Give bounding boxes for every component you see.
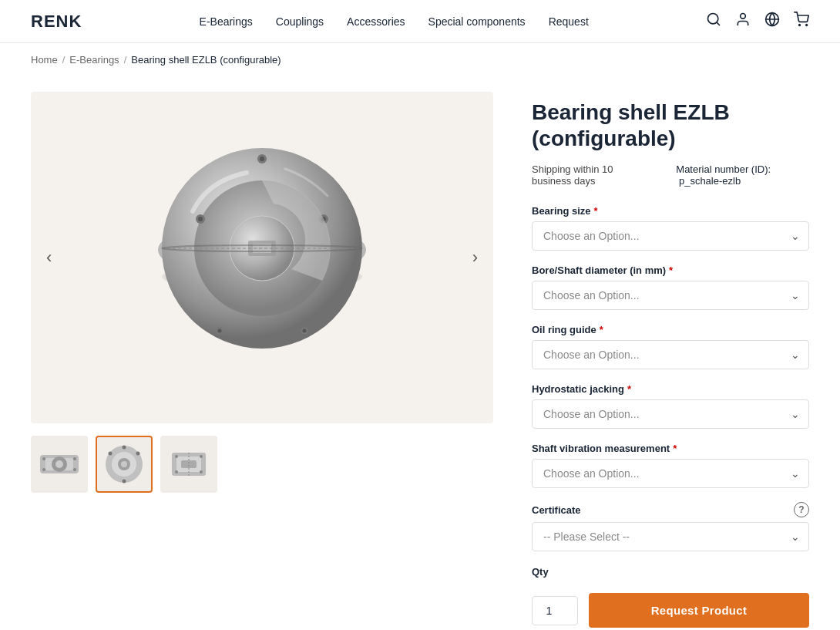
- certificate-group: Certificate ? -- Please Select -- ⌄: [532, 502, 809, 551]
- svg-point-6: [806, 25, 808, 26]
- bearing-size-select[interactable]: Choose an Option...: [532, 221, 809, 251]
- certificate-label-row: Certificate ?: [532, 502, 809, 517]
- hydrostatic-required: *: [627, 383, 631, 395]
- material-number-value: p_schale-ezlb: [679, 175, 741, 187]
- svg-point-49: [175, 470, 178, 473]
- bore-shaft-required: *: [669, 264, 673, 276]
- main-content: ‹: [0, 76, 840, 630]
- shaft-vibration-select[interactable]: Choose an Option...: [532, 459, 809, 488]
- qty-label: Qty: [532, 566, 549, 578]
- bore-shaft-wrapper: Choose an Option... ⌄: [532, 281, 809, 310]
- svg-point-48: [200, 455, 203, 458]
- svg-point-42: [123, 480, 126, 483]
- certificate-select[interactable]: -- Please Select --: [532, 522, 809, 551]
- thumbnail-3[interactable]: [160, 436, 217, 493]
- bore-shaft-select[interactable]: Choose an Option...: [532, 281, 809, 310]
- svg-point-31: [42, 457, 45, 460]
- certificate-wrapper: -- Please Select -- ⌄: [532, 522, 809, 551]
- breadcrumb-current: Bearing shell EZLB (configurable): [131, 54, 281, 66]
- nav-couplings[interactable]: Couplings: [276, 15, 324, 28]
- svg-point-41: [123, 446, 126, 450]
- oil-ring-required: *: [600, 324, 603, 335]
- user-icon[interactable]: [735, 12, 751, 31]
- hydrostatic-group: Hydrostatic jacking * Choose an Option..…: [532, 383, 809, 429]
- hydrostatic-wrapper: Choose an Option... ⌄: [532, 399, 809, 429]
- bearing-size-wrapper: Choose an Option... ⌄: [532, 221, 809, 251]
- hydrostatic-select[interactable]: Choose an Option...: [532, 399, 809, 429]
- product-details: Bearing shell EZLB (configurable) Shippi…: [532, 92, 809, 628]
- svg-point-39: [109, 452, 113, 456]
- product-title: Bearing shell EZLB (configurable): [532, 99, 809, 151]
- nav-e-bearings[interactable]: E-Bearings: [200, 15, 253, 28]
- breadcrumb: Home / E-Bearings / Bearing shell EZLB (…: [0, 43, 840, 76]
- breadcrumb-home[interactable]: Home: [31, 54, 58, 66]
- thumbnails: [31, 433, 493, 496]
- breadcrumb-sep-1: /: [62, 54, 66, 66]
- next-arrow[interactable]: ›: [465, 240, 486, 275]
- shaft-vibration-group: Shaft vibration measurement * Choose an …: [532, 443, 809, 488]
- svg-point-24: [303, 329, 307, 333]
- qty-row: Request Product: [532, 593, 809, 628]
- bearing-size-required: *: [594, 205, 598, 217]
- prev-arrow[interactable]: ‹: [39, 240, 59, 275]
- shipping-info: Shipping within 10 business days: [532, 163, 653, 187]
- nav-request[interactable]: Request: [549, 15, 589, 28]
- oil-ring-label: Oil ring guide *: [532, 324, 809, 335]
- svg-point-33: [42, 468, 45, 471]
- oil-ring-select[interactable]: Choose an Option...: [532, 340, 809, 369]
- bearing-size-group: Bearing size * Choose an Option... ⌄: [532, 205, 809, 251]
- image-container: ‹: [31, 92, 493, 423]
- certificate-label: Certificate: [532, 504, 581, 516]
- cart-icon[interactable]: [794, 12, 809, 31]
- product-image-section: ‹: [31, 92, 493, 628]
- breadcrumb-sep-2: /: [124, 54, 127, 66]
- header: RENK E-Bearings Couplings Accessories Sp…: [0, 0, 840, 43]
- oil-ring-wrapper: Choose an Option... ⌄: [532, 340, 809, 369]
- hydrostatic-label: Hydrostatic jacking *: [532, 383, 809, 395]
- header-icons: [706, 12, 809, 31]
- search-icon[interactable]: [706, 12, 721, 31]
- svg-point-30: [55, 460, 63, 468]
- bore-shaft-label: Bore/Shaft diameter (in mm) *: [532, 264, 809, 276]
- certificate-help-icon[interactable]: ?: [794, 502, 809, 517]
- request-button[interactable]: Request Product: [589, 593, 809, 628]
- nav-special-components[interactable]: Special components: [428, 15, 526, 28]
- svg-point-47: [175, 455, 178, 458]
- bore-shaft-group: Bore/Shaft diameter (in mm) * Choose an …: [532, 264, 809, 310]
- product-meta: Shipping within 10 business days Materia…: [532, 163, 809, 187]
- product-image: [131, 126, 393, 389]
- svg-point-32: [73, 457, 76, 460]
- svg-point-22: [218, 329, 222, 333]
- shaft-vibration-label: Shaft vibration measurement *: [532, 443, 809, 454]
- bearing-size-label: Bearing size *: [532, 205, 809, 217]
- thumbnail-1[interactable]: [31, 436, 88, 493]
- oil-ring-group: Oil ring guide * Choose an Option... ⌄: [532, 324, 809, 369]
- qty-label-container: Qty: [532, 565, 809, 578]
- thumbnail-2[interactable]: [96, 436, 153, 493]
- logo[interactable]: RENK: [31, 12, 82, 32]
- shaft-vibration-required: *: [673, 443, 677, 454]
- svg-point-38: [121, 461, 127, 467]
- svg-point-20: [260, 157, 264, 161]
- svg-point-2: [741, 14, 746, 19]
- globe-icon[interactable]: [764, 12, 780, 31]
- main-nav: E-Bearings Couplings Accessories Special…: [200, 15, 589, 28]
- svg-line-1: [717, 22, 720, 25]
- material-number: Material number (ID): p_schale-ezlb: [676, 163, 809, 187]
- svg-point-40: [136, 452, 140, 456]
- svg-point-50: [200, 470, 203, 473]
- material-number-label: Material number (ID):: [676, 163, 771, 175]
- svg-point-5: [799, 25, 801, 26]
- svg-point-16: [198, 217, 203, 221]
- nav-accessories[interactable]: Accessories: [347, 15, 405, 28]
- breadcrumb-e-bearings[interactable]: E-Bearings: [69, 54, 119, 66]
- shaft-vibration-wrapper: Choose an Option... ⌄: [532, 459, 809, 488]
- svg-rect-45: [181, 460, 197, 468]
- svg-point-34: [73, 468, 76, 471]
- qty-input[interactable]: [532, 596, 578, 625]
